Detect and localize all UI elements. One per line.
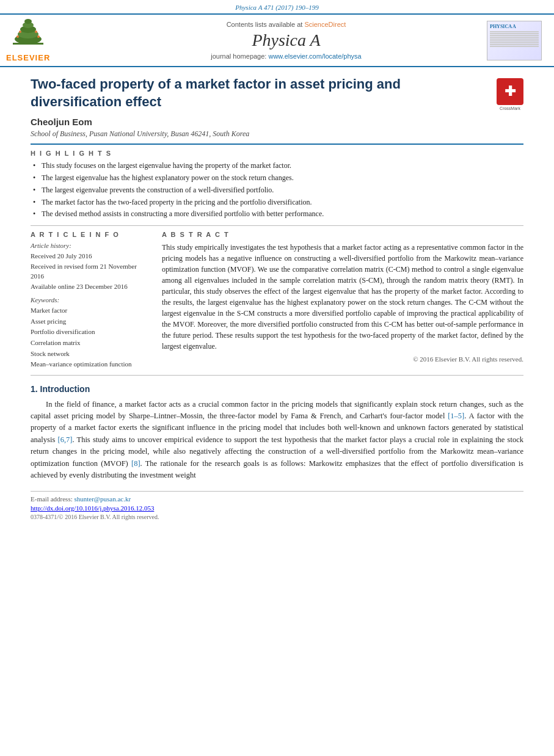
homepage-link[interactable]: www.elsevier.com/locate/physa: [268, 53, 361, 60]
keywords-list: Market factor Asset pricing Portfolio di…: [31, 305, 150, 370]
abstract-text: This study empirically investigates the …: [162, 242, 523, 352]
list-item: The devised method assists in constructi…: [33, 209, 523, 219]
keyword-item: Portfolio diversification: [31, 327, 150, 338]
crossmark-badge: ✚ CrossMark: [497, 78, 523, 105]
svg-point-7: [16, 35, 19, 38]
abstract-header: A B S T R A C T: [162, 231, 523, 238]
crossmark-icon: ✚: [497, 78, 523, 105]
email-label: E-mail address:: [31, 495, 73, 503]
highlights-list: This study focuses on the largest eigenv…: [31, 161, 523, 219]
footer-section: E-mail address: shunter@pusan.ac.kr http…: [31, 491, 523, 520]
elsevier-wordmark: ELSEVIER: [6, 53, 50, 62]
svg-point-8: [37, 35, 40, 38]
article-title-text: Two-faced property of a market factor in…: [31, 76, 487, 139]
elsevier-logo-area: ELSEVIER: [6, 18, 86, 62]
intro-title: Introduction: [40, 384, 90, 394]
journal-citation-header: Physica A 471 (2017) 190–199: [0, 0, 554, 13]
ref-link[interactable]: [6,7]: [57, 435, 72, 444]
svg-point-9: [19, 31, 21, 33]
list-item: The market factor has the two-faced prop…: [33, 197, 523, 208]
physica-cover-thumb: PHYSICA A: [487, 21, 542, 60]
history-title: Article history:: [31, 242, 150, 249]
svg-point-6: [24, 19, 32, 24]
crossmark-label: CrossMark: [497, 106, 523, 111]
abstract-column: A B S T R A C T This study empirically i…: [162, 231, 523, 370]
intro-paragraph: In the field of finance, a market factor…: [31, 399, 523, 482]
abstract-copyright: © 2016 Elsevier B.V. All rights reserved…: [162, 355, 523, 363]
ref-link[interactable]: [8]: [131, 459, 140, 468]
doi-link[interactable]: http://dx.doi.org/10.1016/j.physa.2016.1…: [31, 504, 154, 512]
sciencedirect-line: Contents lists available at ScienceDirec…: [86, 21, 487, 28]
intro-heading: 1. Introduction: [31, 384, 523, 394]
elsevier-tree-icon: [7, 18, 49, 52]
keyword-item: Correlation matrix: [31, 338, 150, 349]
sciencedirect-link[interactable]: ScienceDirect: [304, 21, 346, 28]
keyword-item: Market factor: [31, 305, 150, 316]
abstract-separator: [31, 375, 523, 376]
ref-link[interactable]: [1–5]: [448, 412, 464, 420]
available-date: Available online 23 December 2016: [31, 282, 150, 292]
footer-copyright: 0378-4371/© 2016 Elsevier B.V. All right…: [31, 514, 523, 520]
keywords-title: Keywords:: [31, 296, 150, 303]
article-info-column: A R T I C L E I N F O Article history: R…: [31, 231, 150, 370]
footer-doi: http://dx.doi.org/10.1016/j.physa.2016.1…: [31, 504, 523, 512]
main-content: Two-faced property of a market factor in…: [0, 67, 554, 529]
list-item: The largest eigenvalue prevents the cons…: [33, 185, 523, 195]
title-separator: [31, 144, 523, 145]
elsevier-logo: ELSEVIER: [6, 18, 50, 62]
intro-number: 1.: [31, 384, 38, 394]
keyword-item: Mean–variance optimization function: [31, 359, 150, 370]
list-item: This study focuses on the largest eigenv…: [33, 161, 523, 171]
info-abstract-columns: A R T I C L E I N F O Article history: R…: [31, 231, 523, 370]
received-date: Received 20 July 2016: [31, 251, 150, 261]
homepage-line: journal homepage: www.elsevier.com/locat…: [86, 53, 487, 60]
introduction-section: 1. Introduction In the field of finance,…: [31, 384, 523, 482]
journal-name: Physica A: [86, 31, 487, 50]
svg-point-10: [35, 31, 37, 33]
author-affiliation: School of Business, Pusan National Unive…: [31, 129, 487, 139]
article-dates: Received 20 July 2016 Received in revise…: [31, 251, 150, 291]
article-title-section: Two-faced property of a market factor in…: [31, 76, 523, 139]
journal-banner: ELSEVIER Contents lists available at Sci…: [0, 13, 554, 67]
author-name: Cheoljun Eom: [31, 117, 487, 127]
keyword-item: Asset pricing: [31, 316, 150, 327]
article-title: Two-faced property of a market factor in…: [31, 76, 487, 111]
highlights-separator: [31, 225, 523, 226]
footer-email: E-mail address: shunter@pusan.ac.kr: [31, 495, 523, 503]
banner-center: Contents lists available at ScienceDirec…: [86, 21, 487, 60]
revised-date: Received in revised form 21 November 201…: [31, 261, 150, 282]
highlights-header: H I G H L I G H T S: [31, 150, 523, 157]
list-item: The largest eigenvalue has the highest e…: [33, 173, 523, 183]
article-info-header: A R T I C L E I N F O: [31, 231, 150, 238]
email-link[interactable]: shunter@pusan.ac.kr: [74, 495, 131, 503]
intro-body: In the field of finance, a market factor…: [31, 399, 523, 482]
keyword-item: Stock network: [31, 349, 150, 360]
highlights-section: H I G H L I G H T S This study focuses o…: [31, 150, 523, 219]
journal-thumbnail: PHYSICA A: [487, 21, 548, 60]
